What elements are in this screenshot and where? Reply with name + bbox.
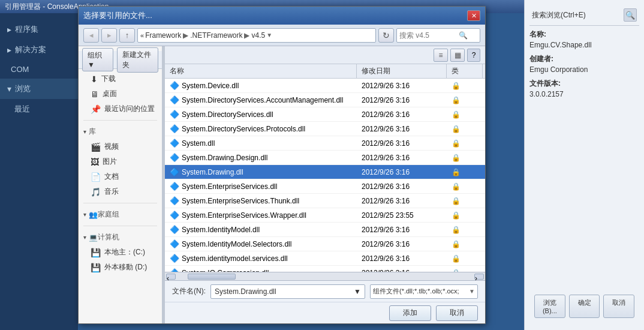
dialog-titlebar: 选择要引用的文件... ✕ — [79, 7, 485, 25]
file-date: 2012/9/26 3:16 — [357, 95, 447, 106]
new-folder-button[interactable]: 新建文件夹 — [117, 47, 158, 73]
col-header-type[interactable]: 类 — [447, 64, 483, 78]
filetype-select[interactable]: 组件文件(*.dll;*.tlb;*.olb;*.ocx; ▼ — [370, 284, 478, 299]
nav-music[interactable]: 🎵 音乐 — [79, 184, 162, 199]
file-date: 2012/9/26 3:16 — [357, 152, 447, 163]
table-row[interactable]: 🔷 System.DirectoryServices.Protocols.dll… — [165, 122, 485, 136]
up-button[interactable]: ↑ — [119, 28, 135, 43]
cancel-button[interactable]: 取消 — [603, 295, 634, 318]
cancel-dialog-button[interactable]: 取消 — [436, 305, 478, 321]
nav-homegroup[interactable]: ▾ 👥 家庭组 — [79, 207, 162, 222]
nav-divider-1 — [83, 120, 157, 121]
filename-input[interactable]: System.Drawing.dll ▼ — [210, 284, 365, 299]
file-type: 🔒 — [447, 268, 483, 272]
file-name: System.Drawing.dll — [182, 168, 243, 176]
file-type: 🔒 — [447, 152, 483, 163]
scroll-right-btn[interactable]: › — [474, 274, 484, 280]
table-row[interactable]: 🔷 System.Drawing.Design.dll 2012/9/26 3:… — [165, 151, 485, 165]
nav-downloads[interactable]: ⬇ 下载 — [79, 71, 162, 86]
nav-removable-d[interactable]: 💾 外本移動 (D:) — [79, 260, 162, 275]
organize-button[interactable]: 组织 ▼ — [82, 48, 113, 71]
ok-button[interactable]: 确定 — [569, 295, 600, 318]
table-row[interactable]: 🔷 System.IdentityModel.dll 2012/9/26 3:1… — [165, 223, 485, 237]
path-dropdown-arrow[interactable]: ▼ — [266, 32, 272, 38]
nav-divider-2 — [83, 203, 157, 203]
scroll-thumb[interactable] — [188, 274, 236, 280]
table-row[interactable]: 🔷 System.Device.dll 2012/9/26 3:16 🔒 — [165, 79, 485, 93]
table-row[interactable]: 🔷 System.DirectoryServices.dll 2012/9/26… — [165, 107, 485, 122]
file-date: 2012/9/26 3:16 — [357, 268, 447, 272]
table-row[interactable]: 🔷 System.Drawing.dll 2012/9/26 3:16 🔒 — [165, 165, 485, 179]
file-date: 2012/9/26 3:16 — [357, 167, 447, 178]
table-row[interactable]: 🔷 System.DirectoryServices.AccountManage… — [165, 93, 485, 107]
sidebar-item-solution[interactable]: ▸ 解决方案 — [0, 40, 78, 60]
table-row[interactable]: 🔷 System.EnterpriseServices.dll 2012/9/2… — [165, 179, 485, 194]
file-icon: 🔷 — [170, 153, 179, 162]
add-button[interactable]: 添加 — [389, 305, 431, 321]
path-v45: v4.5 — [251, 31, 265, 40]
sidebar-item-assemblies[interactable]: ▸ 程序集 — [0, 19, 78, 40]
table-row[interactable]: 🔷 System.identitymodel.services.dll 2012… — [165, 251, 485, 266]
col-header-name[interactable]: 名称 — [165, 64, 357, 78]
table-row[interactable]: 🔷 System.IdentityModel.Selectors.dll 201… — [165, 237, 485, 251]
dialog-close-button[interactable]: ✕ — [467, 10, 480, 21]
grid-view-button[interactable]: ▦ — [450, 49, 465, 62]
nav-computer[interactable]: ▾ 💻 计算机 — [79, 230, 162, 245]
removable-d-icon: 💾 — [91, 263, 101, 272]
nav-recent-places[interactable]: 📌 最近访问的位置 — [79, 101, 162, 116]
nav-local-c[interactable]: 💾 本地主：(C:) — [79, 245, 162, 260]
col-header-date[interactable]: 修改日期 — [357, 64, 447, 78]
file-type: 🔒 — [447, 181, 483, 192]
file-date: 2012/9/26 3:16 — [357, 196, 447, 206]
pictures-icon: 🖼 — [91, 157, 99, 167]
browse-file-button[interactable]: 浏览(B)... — [534, 295, 565, 318]
nav-pictures[interactable]: 🖼 图片 — [79, 154, 162, 169]
search-browse-button[interactable]: 🔍 — [624, 8, 637, 22]
nav-library[interactable]: ▾ 库 — [79, 124, 162, 139]
nav-divider-3 — [83, 226, 157, 226]
forward-button[interactable]: ▸ — [101, 28, 117, 43]
filename-dropdown-arrow[interactable]: ▼ — [354, 287, 361, 296]
table-row[interactable]: 🔷 System.EnterpriseServices.Wrapper.dll … — [165, 208, 485, 223]
search-input[interactable] — [397, 31, 457, 40]
help-view-button[interactable]: ? — [467, 49, 480, 62]
back-button[interactable]: ◂ — [83, 28, 99, 43]
nav-desktop[interactable]: 🖥 桌面 — [79, 86, 162, 101]
right-panel-buttons: 浏览(B)... 确定 取消 — [534, 295, 634, 318]
file-name: System.IdentityModel.Selectors.dll — [182, 240, 291, 248]
dialog-title: 选择要引用的文件... — [83, 10, 152, 21]
filetype-arrow[interactable]: ▼ — [469, 288, 475, 295]
name-value: Emgu.CV.Shape.dll — [529, 41, 639, 49]
nav-video[interactable]: 🎬 视频 — [79, 139, 162, 154]
desktop-icon: 🖥 — [91, 89, 99, 99]
file-icon: 🔷 — [170, 211, 179, 220]
recent-places-icon: 📌 — [91, 104, 101, 114]
nav-label-desktop: 桌面 — [103, 89, 117, 99]
refresh-button[interactable]: ↻ — [378, 28, 394, 43]
file-name: System.Drawing.Design.dll — [182, 154, 267, 162]
homegroup-icon: 👥 — [89, 211, 98, 219]
creator-label: 创建者: — [529, 54, 639, 64]
nav-docs[interactable]: 📄 文档 — [79, 169, 162, 184]
file-name: System.identitymodel.services.dll — [182, 254, 288, 263]
table-row[interactable]: 🔷 System.EnterpriseServices.Thunk.dll 20… — [165, 194, 485, 208]
sidebar-item-recent[interactable]: 最近 — [0, 99, 78, 119]
table-row[interactable]: 🔷 System.dll 2012/9/26 3:16 🔒 — [165, 136, 485, 151]
nav-label-computer: 计算机 — [98, 232, 119, 242]
sidebar-item-com[interactable]: COM — [0, 60, 78, 79]
sidebar-item-browse[interactable]: ▾ 浏览 — [0, 79, 78, 99]
horizontal-scrollbar[interactable]: ‹ › — [165, 272, 485, 280]
nav-label-docs: 文档 — [104, 172, 119, 182]
action-row: 添加 取消 — [165, 302, 485, 323]
file-type: 🔒 — [447, 95, 483, 106]
search-box[interactable]: 🔍 — [396, 28, 480, 43]
file-date: 2012/9/26 3:16 — [357, 224, 447, 235]
list-view-button[interactable]: ≡ — [434, 49, 448, 62]
video-icon: 🎬 — [91, 142, 101, 152]
table-row[interactable]: 🔷 System.IO.Compression.dll 2012/9/26 3:… — [165, 266, 485, 272]
scroll-left-btn[interactable]: ‹ — [166, 274, 176, 280]
file-date: 2012/9/26 3:16 — [357, 124, 447, 134]
file-list: 名称 修改日期 类 🔷 System.Device.dll 2012/9/26 … — [165, 64, 485, 272]
file-date: 2012/9/26 3:16 — [357, 181, 447, 192]
address-bar[interactable]: « Framework ▶ .NETFramework ▶ v4.5 ▼ — [137, 28, 376, 43]
